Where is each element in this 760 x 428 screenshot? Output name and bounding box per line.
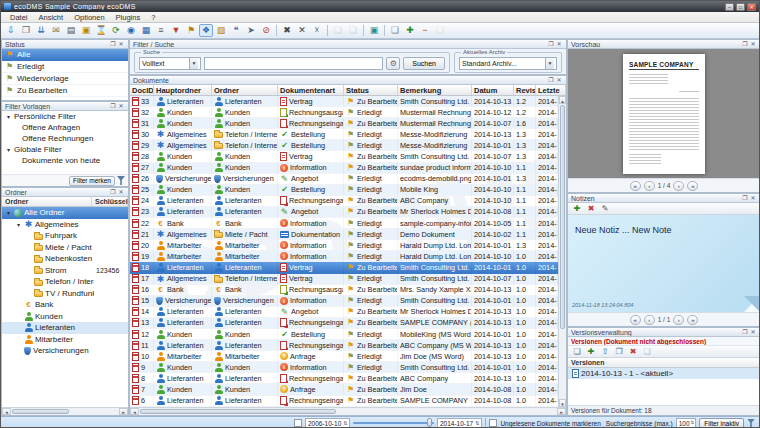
- expand-icon[interactable]: ▾: [5, 209, 12, 216]
- close-button[interactable]: ✕: [747, 3, 756, 11]
- document-row[interactable]: 30AllgemeinesTelefon / InternetBestellun…: [130, 129, 558, 140]
- folder-item-bank[interactable]: Bank: [2, 299, 128, 311]
- menu-ansicht[interactable]: Ansicht: [34, 13, 69, 22]
- document-row[interactable]: 24LieferantenLieferantenRechnungseingang…: [130, 196, 558, 207]
- status-close-icon[interactable]: ✕: [117, 40, 125, 48]
- notes-close-icon[interactable]: ✕: [749, 194, 757, 202]
- folder-item-lieferanten[interactable]: Lieferanten: [2, 322, 128, 334]
- document-row[interactable]: 25KundenKundenBestellungErledigtMobile K…: [130, 185, 558, 196]
- layout-view-icon[interactable]: ❖: [199, 24, 213, 37]
- search-float-icon[interactable]: ❐: [547, 40, 555, 48]
- minimize-button[interactable]: –: [725, 3, 734, 11]
- last-page-button[interactable]: »: [687, 181, 698, 191]
- folder-item-nebenkosten[interactable]: Nebenkosten: [2, 253, 128, 265]
- folder-tree-icon[interactable]: ▧: [214, 24, 228, 37]
- document-row[interactable]: 7KundenKundenAnfrageZu BearbeitenJim Doe…: [130, 384, 558, 395]
- spinner-icon[interactable]: ⇅: [475, 420, 479, 426]
- folder-item-kunden[interactable]: Kunden: [2, 311, 128, 323]
- document-row[interactable]: 16BankBankRechnungsausgangZu BearbeitenM…: [130, 285, 558, 296]
- date-range-checkbox[interactable]: [294, 419, 302, 427]
- first-page-button[interactable]: «: [630, 315, 641, 325]
- column-header-letzte[interactable]: Letzte: [536, 85, 566, 95]
- date-from-field[interactable]: 2006-10-10 ⇅: [305, 418, 350, 428]
- menu-help[interactable]: ?: [146, 13, 160, 22]
- doc-properties-icon[interactable]: ❏: [346, 24, 360, 37]
- stop-icon[interactable]: ⊘: [259, 24, 273, 37]
- checkin-version-icon[interactable]: ⇧: [599, 346, 611, 357]
- menu-plugins[interactable]: Plugins: [111, 13, 146, 22]
- unread-checkbox[interactable]: [489, 419, 497, 427]
- document-row[interactable]: 10MitarbeiterMitarbeiterAnfrageErledigtJ…: [130, 351, 558, 362]
- folder-item-alle-ordner[interactable]: ▾Alle Ordner: [2, 207, 128, 219]
- document-row[interactable]: 32KundenKundenRechnungsausgangErledigtMu…: [130, 107, 558, 118]
- save-filter-button[interactable]: Filter merken: [69, 176, 115, 186]
- column-header-docid[interactable]: DocID: [130, 85, 154, 95]
- column-header-hauptordner[interactable]: Hauptordner: [154, 85, 212, 95]
- document-row[interactable]: 11LieferantenLieferantenRechnungseingang…: [130, 340, 558, 351]
- edit-doc-icon[interactable]: ❏: [331, 24, 345, 37]
- folder-item-allgemeines[interactable]: ▾Allgemeines: [2, 219, 128, 231]
- document-row[interactable]: 23LieferantenLieferantenAngebotZu Bearbe…: [130, 207, 558, 218]
- remove-document-icon[interactable]: −: [418, 24, 432, 37]
- date-to-field[interactable]: 2014-10-17 ⇅: [437, 418, 482, 428]
- filter-close-icon[interactable]: ✕: [117, 102, 125, 110]
- web-search-icon[interactable]: ◉: [124, 24, 138, 37]
- document-row[interactable]: 12KundenKundenBestellungErledigtMobileKi…: [130, 329, 558, 340]
- status-item-zu-bearbeiten[interactable]: Zu Bearbeiten: [2, 85, 128, 97]
- folder-scroll-left-icon[interactable]: ◂: [2, 408, 11, 415]
- search-button[interactable]: Suchen: [403, 57, 445, 70]
- search-close-icon[interactable]: ✕: [555, 40, 563, 48]
- folder-item-strom[interactable]: Strom123456: [2, 265, 128, 277]
- last-page-button[interactable]: »: [687, 315, 698, 325]
- scroll-down-icon[interactable]: ▾: [559, 399, 566, 407]
- filter-group-globale-filter[interactable]: ▾Globale Filter: [2, 144, 128, 155]
- documents-vscrollbar[interactable]: ▴ ▾: [558, 96, 566, 407]
- column-header-datum[interactable]: Datum: [472, 85, 514, 95]
- archive-combo[interactable]: Standard Archiv... ▼: [459, 57, 557, 70]
- document-row[interactable]: 31KundenKundenRechnungseingangZu Bearbei…: [130, 118, 558, 129]
- folder-item-miete-pacht[interactable]: Miete / Pacht: [2, 242, 128, 254]
- folder-item-fuhrpark[interactable]: Fuhrpark: [2, 230, 128, 242]
- copy-version-icon[interactable]: ❐: [613, 346, 625, 357]
- status-item-alle[interactable]: Alle: [2, 49, 128, 61]
- maximize-button[interactable]: □: [736, 3, 745, 11]
- column-header-bemerkung[interactable]: Bemerkung: [398, 85, 472, 95]
- export-version-icon[interactable]: ❏: [641, 346, 653, 357]
- note-icon[interactable]: ❝: [229, 24, 243, 37]
- document-row[interactable]: 27KundenKundenInformationZu Bearbeitensu…: [130, 163, 558, 174]
- document-row[interactable]: 28KundenKundenVertragZu BearbeitenSmith …: [130, 151, 558, 162]
- filter-item-offene-rechnungen[interactable]: Offene Rechnungen: [2, 133, 128, 144]
- versions-list-header[interactable]: Versionen: [568, 358, 760, 368]
- document-row[interactable]: 20MitarbeiterMitarbeiterInformationErled…: [130, 240, 558, 251]
- preview-close-icon[interactable]: ✕: [749, 40, 757, 48]
- documents-float-icon[interactable]: ❐: [547, 76, 555, 84]
- status-item-wiedervorlage[interactable]: Wiedervorlage: [2, 73, 128, 85]
- folder-scroll-right-icon[interactable]: ▸: [119, 408, 128, 415]
- folder-float-icon[interactable]: ❐: [109, 188, 117, 196]
- scroll-right-icon[interactable]: ▸: [557, 408, 566, 415]
- filter-item-offene-anfragen[interactable]: Offene Anfragen: [2, 122, 128, 133]
- menu-optionen[interactable]: Optionen: [69, 13, 109, 22]
- pin-icon[interactable]: ➤: [244, 24, 258, 37]
- folder-item-tv-rundfunk[interactable]: TV / Rundfunk: [2, 288, 128, 300]
- folder-item-telefon-internet[interactable]: Telefon / Internet: [2, 276, 128, 288]
- filter-item-dokumente-von-heute[interactable]: Dokumente von heute: [2, 155, 128, 166]
- date-range-slider[interactable]: [353, 422, 433, 424]
- note-area[interactable]: Neue Notiz ... New Note 2014-11-18 13:24…: [568, 215, 760, 312]
- documents-hscrollbar[interactable]: ◂ ▸: [130, 407, 566, 415]
- results-spinner[interactable]: 100 ⇅: [676, 418, 697, 428]
- document-row[interactable]: 14LieferantenLieferantenAngebotZu Bearbe…: [130, 307, 558, 318]
- folder-column-header[interactable]: Ordner Schlüssel: [2, 197, 128, 207]
- add-note-icon[interactable]: ✚: [571, 203, 583, 214]
- document-row[interactable]: 17AllgemeinesTelefon / InternetVertragEr…: [130, 274, 558, 285]
- scroll-up-icon[interactable]: ▴: [559, 96, 566, 104]
- refresh-icon[interactable]: ⟳: [109, 24, 123, 37]
- column-header-dokumentenart[interactable]: Dokumentenart: [278, 85, 344, 95]
- slider-handle[interactable]: [427, 418, 432, 427]
- document-row[interactable]: 33LieferantenLieferantenVertragZu Bearbe…: [130, 96, 558, 107]
- view-version-icon[interactable]: ❏: [571, 346, 583, 357]
- document-row[interactable]: 15VersicherungenVersicherungenInformatio…: [130, 296, 558, 307]
- history-icon[interactable]: ⌛: [94, 24, 108, 37]
- delete-note-icon[interactable]: ✖: [585, 203, 597, 214]
- vscroll-thumb[interactable]: [560, 105, 565, 329]
